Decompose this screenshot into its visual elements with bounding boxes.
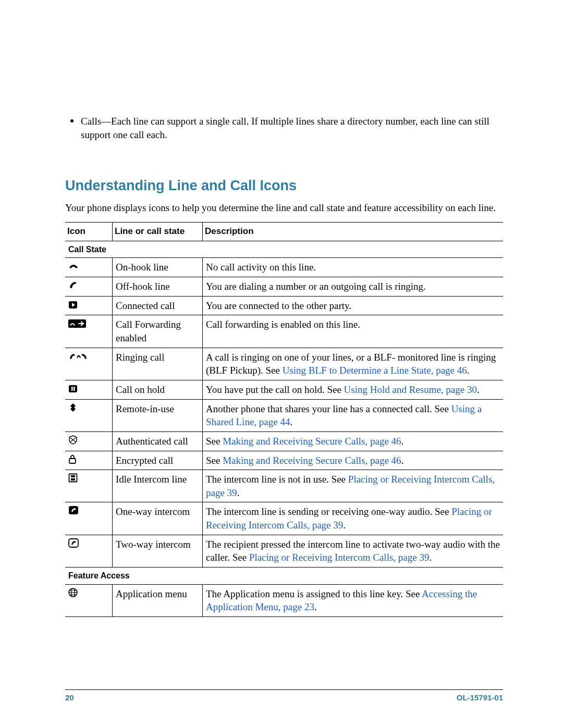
svg-rect-6 (69, 459, 76, 463)
intro-text: Your phone displays icons to help you de… (65, 201, 503, 215)
link[interactable]: Placing or Receiving Intercom Calls, pag… (249, 552, 430, 563)
description: A call is ringing on one of your lines, … (203, 348, 504, 380)
state-label: One-way intercom (113, 502, 203, 535)
connected-icon (65, 296, 113, 315)
state-label: Remote-in-use (113, 399, 203, 431)
section-call-state: Call State (65, 241, 503, 258)
description: The Application menu is assigned to this… (203, 584, 504, 616)
table-row: Application menu The Application menu is… (65, 584, 503, 616)
state-label: Call Forwarding enabled (113, 315, 203, 348)
section-feature-access: Feature Access (65, 567, 503, 584)
table-row: Ringing call A call is ringing on one of… (65, 348, 503, 380)
description: The intercom line is not in use. See Pla… (203, 470, 504, 502)
table-header-row: Icon Line or call state Description (65, 222, 503, 241)
description: No call activity on this line. (203, 258, 504, 277)
svg-rect-9 (71, 478, 75, 480)
state-label: Connected call (113, 296, 203, 315)
one-way-intercom-icon (65, 502, 113, 535)
bullet-text: Calls—Each line can support a single cal… (81, 115, 503, 141)
section-heading: Understanding Line and Call Icons (65, 178, 503, 194)
on-hook-icon (65, 258, 113, 277)
hold-icon (65, 380, 113, 399)
table-row: Remote-in-use Another phone that shares … (65, 399, 503, 431)
ringing-icon (65, 348, 113, 380)
encrypted-icon (65, 451, 113, 470)
page-footer: 20 OL-15791-01 (65, 689, 503, 702)
link[interactable]: Making and Receiving Secure Calls, page … (223, 436, 401, 447)
svg-rect-8 (71, 475, 75, 477)
description: See Making and Receiving Secure Calls, p… (203, 451, 504, 470)
state-label: On-hook line (113, 258, 203, 277)
col-state: Line or call state (113, 222, 203, 241)
table-row: Authenticated call See Making and Receiv… (65, 431, 503, 451)
table-row: One-way intercom The intercom line is se… (65, 502, 503, 535)
table-row: Connected call You are connected to the … (65, 296, 503, 315)
state-label: Encrypted call (113, 451, 203, 470)
state-label: Authenticated call (113, 431, 203, 451)
col-desc: Description (203, 222, 504, 241)
link[interactable]: Using Hold and Resume, page 30 (344, 384, 477, 395)
state-label: Application menu (113, 584, 203, 616)
description: The recipient pressed the intercom line … (203, 535, 504, 567)
application-menu-icon (65, 584, 113, 616)
table-row: Call on hold You have put the call on ho… (65, 380, 503, 399)
call-forward-icon (65, 315, 113, 348)
description: See Making and Receiving Secure Calls, p… (203, 431, 504, 451)
svg-rect-4 (71, 387, 73, 391)
description: You have put the call on hold. See Using… (203, 380, 504, 399)
description: Another phone that shares your line has … (203, 399, 504, 431)
svg-rect-5 (74, 387, 75, 391)
description: You are connected to the other party. (203, 296, 504, 315)
table-row: Off-hook line You are dialing a number o… (65, 277, 503, 297)
idle-intercom-icon (65, 470, 113, 502)
bullet-icon (70, 119, 74, 122)
link[interactable]: Using BLF to Determine a Line State, pag… (283, 365, 467, 376)
table-row: Idle Intercom line The intercom line is … (65, 470, 503, 502)
svg-rect-7 (69, 474, 77, 482)
table-row: Encrypted call See Making and Receiving … (65, 451, 503, 470)
table-row: Two-way intercom The recipient pressed t… (65, 535, 503, 567)
two-way-intercom-icon (65, 535, 113, 567)
bullet-item: Calls—Each line can support a single cal… (70, 115, 503, 141)
svg-rect-3 (69, 385, 77, 392)
description: The intercom line is sending or receivin… (203, 502, 504, 535)
state-label: Idle Intercom line (113, 470, 203, 502)
off-hook-icon (65, 277, 113, 297)
table-row: Call Forwarding enabled Call forwarding … (65, 315, 503, 348)
table-row: On-hook line No call activity on this li… (65, 258, 503, 277)
page: Calls—Each line can support a single cal… (0, 0, 563, 728)
authenticated-icon (65, 431, 113, 451)
state-label: Off-hook line (113, 277, 203, 297)
state-label: Ringing call (113, 348, 203, 380)
state-label: Two-way intercom (113, 535, 203, 567)
doc-id: OL-15791-01 (457, 693, 503, 702)
link[interactable]: Making and Receiving Secure Calls, page … (223, 455, 401, 466)
col-icon: Icon (65, 222, 113, 241)
remote-in-use-icon (65, 399, 113, 431)
icon-table: Icon Line or call state Description Call… (65, 222, 503, 617)
page-number: 20 (65, 693, 74, 702)
description: Call forwarding is enabled on this line. (203, 315, 504, 348)
description: You are dialing a number or an outgoing … (203, 277, 504, 297)
state-label: Call on hold (113, 380, 203, 399)
